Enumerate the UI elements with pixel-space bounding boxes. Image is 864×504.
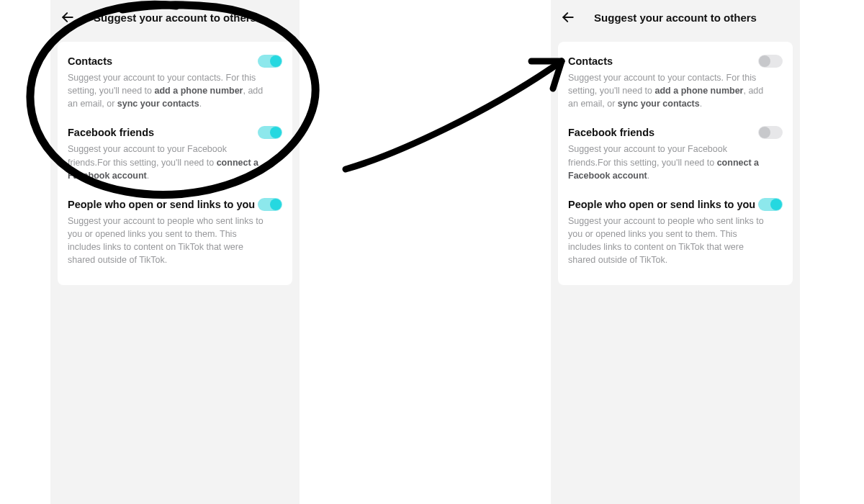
toggle-contacts[interactable] (758, 55, 783, 68)
link-sync-contacts[interactable]: sync your contacts (117, 99, 199, 109)
page-title: Suggest your account to others (551, 12, 800, 24)
row-facebook: Facebook friends Suggest your account to… (568, 117, 783, 189)
row-desc-facebook: Suggest your account to your Facebook fr… (568, 143, 770, 181)
phone-screenshot-right: Suggest your account to others Contacts … (551, 0, 800, 504)
row-title-links: People who open or send links to you (68, 199, 255, 210)
row-title-facebook: Facebook friends (68, 127, 154, 138)
link-add-phone[interactable]: add a phone number (655, 86, 744, 96)
settings-card: Contacts Suggest your account to your co… (58, 42, 292, 285)
header-bar: Suggest your account to others (551, 0, 800, 35)
row-title-facebook: Facebook friends (568, 127, 654, 138)
arrow-left-icon (60, 10, 75, 24)
toggle-facebook[interactable] (758, 126, 783, 139)
header-bar: Suggest your account to others (50, 0, 300, 35)
toggle-facebook[interactable] (258, 126, 282, 139)
back-button[interactable] (559, 9, 577, 26)
row-links: People who open or send links to you Sug… (68, 189, 282, 274)
settings-card: Contacts Suggest your account to your co… (558, 42, 793, 285)
toggle-links[interactable] (258, 198, 282, 211)
hand-drawn-arrow-annotation (338, 47, 576, 176)
row-desc-links: Suggest your account to people who sent … (568, 215, 770, 267)
row-desc-contacts: Suggest your account to your contacts. F… (68, 71, 269, 110)
toggle-links[interactable] (758, 198, 783, 211)
back-button[interactable] (59, 9, 76, 26)
row-links: People who open or send links to you Sug… (568, 189, 783, 274)
row-contacts: Contacts Suggest your account to your co… (568, 52, 783, 117)
row-desc-links: Suggest your account to people who sent … (68, 215, 269, 267)
row-title-contacts: Contacts (568, 55, 613, 67)
row-contacts: Contacts Suggest your account to your co… (68, 52, 282, 117)
toggle-contacts[interactable] (258, 55, 282, 68)
row-title-links: People who open or send links to you (568, 199, 755, 210)
link-sync-contacts[interactable]: sync your contacts (618, 99, 700, 109)
arrow-left-icon (561, 10, 575, 24)
row-desc-facebook: Suggest your account to your Facebook fr… (68, 143, 269, 181)
row-title-contacts: Contacts (68, 55, 112, 67)
phone-screenshot-left: Suggest your account to others Contacts … (50, 0, 300, 504)
link-add-phone[interactable]: add a phone number (155, 86, 243, 96)
row-desc-contacts: Suggest your account to your contacts. F… (568, 71, 770, 110)
row-facebook: Facebook friends Suggest your account to… (68, 117, 282, 189)
page-title: Suggest your account to others (50, 12, 300, 24)
